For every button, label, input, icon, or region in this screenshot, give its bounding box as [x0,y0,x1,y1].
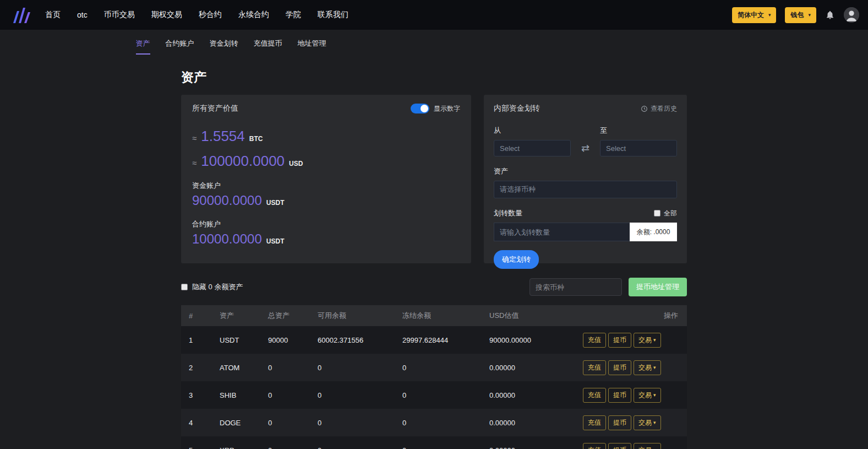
header-available: 可用余额 [318,311,402,321]
nav-item-second-contract[interactable]: 秒合约 [199,10,222,20]
nav-item-contact[interactable]: 联系我们 [318,10,348,20]
tab-assets[interactable]: 资产 [136,39,150,55]
nav-item-home[interactable]: 首页 [45,10,61,20]
user-avatar[interactable] [844,7,859,23]
withdraw-button[interactable]: 提币 [608,388,631,403]
from-account-select[interactable]: Select [494,140,571,156]
all-label: 全部 [664,209,677,218]
tab-contract-account[interactable]: 合约账户 [166,39,194,55]
transfer-amount-input[interactable] [494,223,630,241]
cell-index: 5 [181,446,220,449]
cell-total: 0 [268,364,318,372]
assets-table: # 资产 总资产 可用余额 冻结余额 USD估值 操作 1 USDT 90000… [181,305,687,449]
summary-cards: 所有资产价值 显示数字 ≈ 1.5554 BTC ≈ 100000.0000 U… [181,95,687,263]
cell-usd-value: 0.00000 [489,364,583,372]
contract-account-line: 10000.0000 USDT [192,231,460,247]
trade-label: 交易 [638,336,652,345]
trade-button[interactable]: 交易▾ [634,333,661,348]
withdraw-button[interactable]: 提币 [608,333,631,348]
cell-total: 0 [268,419,318,427]
confirm-transfer-button[interactable]: 确定划转 [494,250,539,269]
table-row: 3 SHIB 0 0 0 0.00000 充值 提币 交易▾ [181,381,687,409]
view-history-link[interactable]: 查看历史 [641,104,677,113]
nav-item-otc[interactable]: otc [77,10,88,19]
deposit-button[interactable]: 充值 [583,388,606,403]
cell-index: 1 [181,336,220,344]
transfer-direction-selects: Select ⇄ Select [494,140,677,156]
top-navbar: 首页 otc 币币交易 期权交易 秒合约 永续合约 学院 联系我们 简体中文 ▾… [0,0,868,30]
caret-down-icon: ▾ [808,12,811,18]
show-numbers-label: 显示数字 [434,104,460,113]
fund-account-label: 资金账户 [192,181,460,191]
caret-down-icon: ▾ [653,337,656,343]
withdraw-button[interactable]: 提币 [608,415,631,430]
nav-item-options-trade[interactable]: 期权交易 [151,10,182,20]
fund-account-value: 90000.0000 [192,193,262,208]
cell-available: 60002.371556 [318,336,402,344]
cell-total: 0 [268,391,318,399]
tab-fund-transfer[interactable]: 资金划转 [210,39,238,55]
tab-deposit-withdraw[interactable]: 充值提币 [254,39,282,55]
wallet-button[interactable]: 钱包 ▾ [785,7,816,23]
cell-usd-value: 90000.00000 [489,336,583,344]
cell-actions: 充值 提币 交易▾ [583,443,701,449]
nav-item-perpetual[interactable]: 永续合约 [238,10,269,20]
deposit-button[interactable]: 充值 [583,443,606,449]
trade-button[interactable]: 交易▾ [634,388,661,403]
to-label: 至 [600,126,677,136]
table-row: 4 DOGE 0 0 0 0.00000 充值 提币 交易▾ [181,409,687,436]
caret-down-icon: ▾ [653,392,656,398]
withdraw-button[interactable]: 提币 [608,360,631,375]
toggle-knob [421,105,428,112]
header-asset: 资产 [220,311,268,321]
to-account-select[interactable]: Select [600,140,677,156]
trade-button[interactable]: 交易▾ [634,360,661,375]
cell-usd-value: 0.00000 [489,446,583,449]
cell-actions: 充值 提币 交易▾ [583,415,701,430]
header-usd-value: USD估值 [489,311,583,321]
cell-actions: 充值 提币 交易▾ [583,360,701,375]
cell-available: 0 [318,391,402,399]
show-numbers-toggle[interactable] [411,104,429,113]
language-button[interactable]: 简体中文 ▾ [732,7,777,23]
transfer-card: 内部资金划转 查看历史 从 至 Select ⇄ Select 资产 请选择币种… [484,95,687,263]
withdraw-address-button[interactable]: 提币地址管理 [629,278,687,296]
search-coin-input[interactable] [529,278,622,296]
nav-item-academy[interactable]: 学院 [286,10,301,20]
header-total: 总资产 [268,311,318,321]
brand-logo-icon[interactable] [12,7,31,23]
cell-frozen: 29997.628444 [402,336,489,344]
transfer-card-title: 内部资金划转 [494,104,540,113]
transfer-card-header: 内部资金划转 查看历史 [494,104,677,113]
all-checkbox[interactable] [654,210,660,217]
cell-asset: USDT [220,336,268,344]
cell-total: 0 [268,446,318,449]
hide-zero-checkbox[interactable] [181,284,188,290]
coin-select[interactable]: 请选择币种 [494,181,677,198]
swap-arrows-icon[interactable]: ⇄ [581,142,589,154]
trade-button[interactable]: 交易▾ [634,415,661,430]
trade-button[interactable]: 交易▾ [634,443,661,449]
transfer-asset-label: 资产 [494,166,508,176]
balance-display: 余额: .0000 [630,223,677,241]
trade-label: 交易 [638,391,652,400]
cell-usd-value: 0.00000 [489,391,583,399]
hide-zero-wrap: 隐藏 0 余额资产 [181,282,243,292]
caret-down-icon: ▾ [653,365,656,370]
deposit-button[interactable]: 充值 [583,415,606,430]
trade-label: 交易 [638,446,652,449]
notification-bell-icon[interactable] [825,10,835,20]
tab-address-management[interactable]: 地址管理 [298,39,326,55]
deposit-button[interactable]: 充值 [583,360,606,375]
fund-account-line: 90000.0000 USDT [192,193,460,208]
deposit-button[interactable]: 充值 [583,333,606,348]
cell-asset: ATOM [220,364,268,372]
cell-asset: SHIB [220,391,268,399]
transfer-amount-row: 余额: .0000 [494,223,677,241]
table-toolbar: 隐藏 0 余额资产 提币地址管理 [181,278,687,296]
transfer-asset-label-row: 资产 [494,166,677,176]
from-label: 从 [494,126,571,136]
table-header: # 资产 总资产 可用余额 冻结余额 USD估值 操作 [181,305,687,326]
nav-item-spot-trade[interactable]: 币币交易 [104,10,135,20]
withdraw-button[interactable]: 提币 [608,443,631,449]
